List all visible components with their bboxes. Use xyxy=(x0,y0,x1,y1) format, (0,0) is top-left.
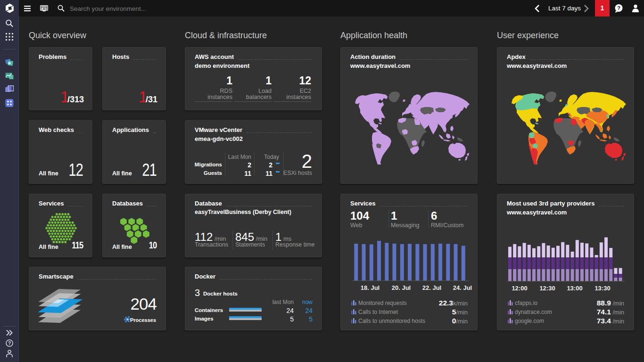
svg-text:?: ? xyxy=(8,341,10,346)
svg-text:?: ? xyxy=(617,5,620,11)
